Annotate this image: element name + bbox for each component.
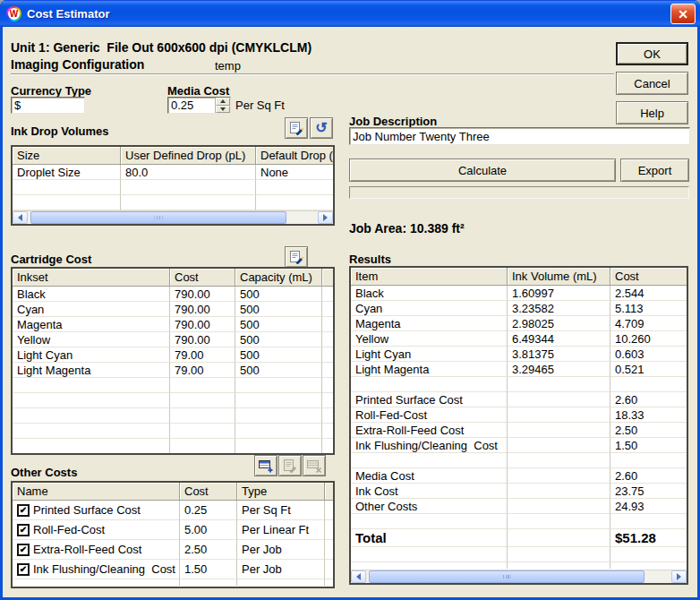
left-arrow-icon: [353, 573, 361, 580]
table-cell: Yellow: [351, 331, 508, 347]
table-cell: 79.00: [170, 363, 235, 378]
table-row[interactable]: Light Magenta3.294650.521: [351, 362, 687, 377]
ink-drop-hscrollbar: [13, 210, 333, 224]
table-cell: [351, 377, 508, 392]
scroll-right-button[interactable]: [671, 570, 687, 583]
scroll-left-button[interactable]: [351, 570, 366, 583]
column-header-stub: [322, 269, 333, 286]
table-cell: [322, 393, 333, 408]
scroll-thumb[interactable]: [369, 570, 645, 583]
reset-drop-button[interactable]: ↺: [310, 117, 333, 139]
table-row[interactable]: Yellow6.4934410.260: [351, 331, 687, 347]
scroll-track[interactable]: [645, 570, 671, 583]
table-row[interactable]: Ink Flushing/Cleaning Cost1.50: [351, 438, 687, 453]
add-cost-button[interactable]: [254, 455, 277, 476]
scroll-left-button[interactable]: [13, 211, 28, 224]
table-row[interactable]: Ink Cost23.75: [351, 484, 687, 499]
export-button[interactable]: Export: [620, 159, 689, 182]
table-row[interactable]: Light Cyan79.00500: [13, 347, 333, 363]
header-divider: [11, 73, 614, 74]
row-checkbox[interactable]: ✔: [17, 563, 30, 576]
table-row[interactable]: ✔Ink Flushing/Cleaning Cost1.50Per Job: [13, 560, 333, 579]
table-cell: [13, 180, 121, 195]
table-cell: Per Job: [237, 560, 325, 579]
scroll-track[interactable]: [286, 211, 318, 224]
column-header: User Defined Drop (pL): [121, 147, 256, 164]
table-row[interactable]: Black1.609972.544: [351, 286, 687, 301]
scroll-right-button[interactable]: [318, 211, 333, 224]
cancel-button[interactable]: Cancel: [616, 72, 688, 95]
table-row[interactable]: Total$51.28: [351, 529, 687, 547]
spinner-up-button[interactable]: [216, 98, 230, 106]
row-checkbox[interactable]: ✔: [17, 544, 30, 556]
table-cell: Yellow: [13, 332, 170, 347]
row-checkbox[interactable]: ✔: [17, 504, 30, 517]
table-cell: 790.00: [170, 332, 235, 347]
table-cell: 790.00: [170, 317, 235, 332]
table-row[interactable]: Printed Surface Cost2.60: [351, 392, 687, 407]
edit-cost-button[interactable]: [278, 455, 302, 476]
table-row[interactable]: Cyan3.235825.113: [351, 301, 687, 316]
table-row[interactable]: Droplet Size80.0None: [13, 165, 333, 180]
table-row[interactable]: Magenta790.00500: [13, 317, 333, 332]
table-row[interactable]: Light Cyan3.813750.603: [351, 347, 687, 362]
close-button[interactable]: ✕: [670, 4, 696, 24]
scroll-thumb[interactable]: [30, 211, 286, 224]
edit-drop-button[interactable]: [285, 117, 308, 139]
table-cell: 500: [235, 317, 322, 332]
table-row[interactable]: Extra-Roll-Feed Cost2.50: [351, 423, 687, 438]
table-cell: 1.50: [610, 438, 687, 453]
table-cell: 3.23582: [508, 301, 610, 316]
job-description-input[interactable]: [350, 128, 689, 144]
undo-icon: ↺: [315, 121, 327, 135]
dialog-body: Unit 1: Generic File Out 600x600 dpi (CM…: [3, 27, 697, 597]
table-cell: [170, 439, 235, 453]
spinner-down-button[interactable]: [216, 106, 230, 114]
results-table-header: Item Ink Volume (mL) Cost: [351, 268, 687, 286]
table-row-empty: [13, 424, 333, 439]
table-cell: [610, 547, 687, 562]
titlebar[interactable]: W Cost Estimator ✕: [0, 0, 700, 27]
table-cell: Ink Flushing/Cleaning Cost: [351, 438, 508, 453]
table-cell: [508, 407, 610, 423]
media-cost-input[interactable]: [168, 98, 215, 113]
table-row[interactable]: Magenta2.980254.709: [351, 316, 687, 331]
table-row-empty: [351, 514, 687, 529]
table-cell: [13, 408, 170, 424]
table-row[interactable]: Other Costs24.93: [351, 499, 687, 514]
job-description-input-box: [349, 127, 690, 145]
thumb-grip: [503, 575, 511, 579]
edit-cartridge-button[interactable]: [285, 246, 308, 268]
table-cell: [13, 424, 170, 439]
calculate-button[interactable]: Calculate: [349, 159, 616, 182]
table-cell: 500: [235, 363, 322, 378]
delete-cost-button[interactable]: [303, 455, 326, 476]
table-cell: Cyan: [13, 302, 170, 317]
ok-button[interactable]: OK: [616, 42, 688, 65]
currency-input[interactable]: [12, 98, 84, 113]
table-row[interactable]: Roll-Fed-Cost18.33: [351, 407, 687, 423]
table-row[interactable]: ✔Extra-Roll-Feed Cost2.50Per Job: [13, 540, 333, 560]
table-cell: Cyan: [351, 301, 508, 316]
table-row[interactable]: Yellow790.00500: [13, 332, 333, 347]
table-cell: [508, 423, 610, 438]
add-row-icon: [258, 459, 274, 473]
row-checkbox[interactable]: ✔: [17, 524, 30, 536]
table-row[interactable]: Light Magenta79.00500: [13, 363, 333, 378]
table-row[interactable]: Media Cost2.60: [351, 468, 687, 484]
table-row[interactable]: Cyan790.00500: [13, 302, 333, 317]
table-cell: [13, 195, 121, 210]
table-row[interactable]: Black790.00500: [13, 287, 333, 302]
table-cell: Per Linear Ft: [237, 520, 325, 540]
help-button[interactable]: Help: [616, 101, 688, 124]
table-cell: 500: [235, 287, 322, 302]
table-cell: [256, 180, 333, 195]
table-cell: [322, 363, 333, 378]
table-row[interactable]: ✔Roll-Fed-Cost5.00Per Linear Ft: [13, 520, 333, 540]
table-row-empty: [13, 393, 333, 408]
table-cell: 500: [235, 332, 322, 347]
table-cell: ✔Printed Surface Cost: [13, 501, 180, 520]
table-cell: Droplet Size: [13, 165, 121, 180]
table-cell: [322, 302, 333, 317]
table-row[interactable]: ✔Printed Surface Cost0.25Per Sq Ft: [13, 501, 333, 520]
